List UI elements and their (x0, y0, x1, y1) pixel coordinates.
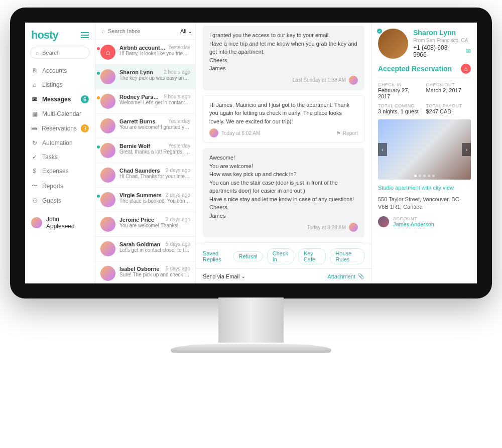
menu-toggle-icon[interactable] (81, 32, 89, 38)
search-icon: ⌕ (36, 50, 39, 56)
sidebar-item-reservations[interactable]: 🛏Reservations3 (25, 121, 95, 136)
photo-prev-button[interactable]: ‹ (378, 143, 387, 156)
thread-preview: Welcome! Let's get in contact clos... (119, 100, 190, 105)
guest-avatar (378, 29, 408, 59)
payout-label: TOTAL PAYOUT (426, 103, 471, 108)
sidebar-item-multi-calendar[interactable]: ▦Multi-Calendar (25, 107, 95, 121)
saved-reply-chip[interactable]: Key Cafe (298, 248, 326, 264)
listing-title[interactable]: Studio apartment with city view (378, 185, 471, 191)
checkout-label: CHECK OUT (426, 82, 471, 87)
thread-avatar (100, 217, 115, 232)
thread-name: Sarah Goldman (119, 241, 160, 247)
thread-name: Rodney Parsons (119, 94, 162, 100)
nav-label: Messages (42, 96, 71, 103)
checkin-value: February 27, 2017 (378, 87, 423, 99)
inbox-thread[interactable]: Sarah Goldman5 days agoLet's get in cont… (95, 237, 195, 261)
thread-preview: You are welcome! I granted you th... (119, 124, 190, 130)
inbox-filter-dropdown[interactable]: All ⌄ (180, 28, 192, 35)
guest-location: From San Francisco, CA (413, 38, 471, 43)
inbox-thread[interactable]: Virgie Summers2 days agoThe place is boo… (95, 188, 195, 212)
inbox-thread[interactable]: Bernie WolfYesterdayGreat, thanks a lot!… (95, 138, 195, 163)
nav-label: Accounts (42, 67, 67, 74)
attachment-button[interactable]: Attachment 📎 (327, 273, 364, 279)
nav-icon: ⌂ (31, 81, 38, 88)
account-name[interactable]: James Anderson (393, 221, 434, 227)
logo: hosty (31, 29, 58, 42)
sender-avatar (349, 223, 358, 232)
thread-name: Isabel Osborne (119, 266, 159, 272)
paperclip-icon: 📎 (357, 273, 364, 279)
account-label: ACCOUNT (393, 216, 434, 221)
thread-avatar (100, 69, 115, 84)
thread-name: Sharon Lynn (119, 69, 153, 75)
thread-name: Bernie Wolf (119, 143, 150, 149)
thread-name: Airbnb account veri... (119, 45, 166, 51)
sidebar-item-expenses[interactable]: $Expenses (25, 164, 95, 178)
sidebar-search-input[interactable] (42, 50, 84, 56)
thread-name: Jerome Price (119, 217, 154, 223)
thread-time: Yesterday (168, 118, 190, 124)
inbox-thread[interactable]: Chad Saunders2 days agoHi Chad, Thanks f… (95, 163, 195, 188)
inbox-thread[interactable]: Rodney Parsons9 hours agoWelcome! Let's … (95, 89, 195, 114)
message-meta: Last Sunday at 1:38 AM (209, 76, 358, 85)
nav-label: Reservations (42, 125, 77, 132)
saved-replies-row: Saved Replies RefusalCheck InKey CafeHou… (196, 244, 371, 268)
status-dot (97, 47, 100, 50)
inbox-thread[interactable]: Garrett BurnsYesterdayYou are welcome! I… (95, 114, 195, 138)
thread-preview: You are welcome! Thanks! (119, 223, 190, 228)
nav-icon: ✓ (31, 154, 38, 161)
thread-avatar (100, 94, 115, 109)
inbox-thread[interactable]: Sharon Lynn2 hours agoThe key pick up wa… (95, 65, 195, 89)
email-icon[interactable]: ✉ (466, 48, 471, 55)
coming-label: TOTAL COMING (378, 103, 423, 108)
thread-time: 2 days ago (166, 192, 190, 198)
nav-icon: ↻ (31, 139, 38, 146)
current-user[interactable]: John Appleseed (25, 211, 95, 235)
chevron-down-icon: ⌄ (241, 273, 245, 279)
nav-label: Automation (42, 139, 73, 146)
inbox-thread[interactable]: ⌂Airbnb account veri...YesterdayHi Barry… (95, 40, 195, 65)
sidebar-item-reports[interactable]: 〜Reports (25, 178, 95, 194)
sender-avatar (349, 76, 358, 85)
thread-time: 9 hours ago (164, 94, 190, 100)
sidebar-item-accounts[interactable]: ⎘Accounts (25, 64, 95, 78)
sidebar-item-tasks[interactable]: ✓Tasks (25, 150, 95, 164)
nav-label: Guests (42, 197, 61, 204)
nav-icon: ✉ (31, 96, 38, 103)
send-via-dropdown[interactable]: Send via Email ⌄ (203, 273, 245, 279)
thread-time: 2 days ago (166, 168, 190, 174)
user-avatar (31, 217, 42, 228)
airbnb-icon: ⌂ (100, 45, 115, 60)
inbox-thread[interactable]: Jerome Price3 days agoYou are welcome! T… (95, 212, 195, 237)
coming-value: 3 nights, 1 guest (378, 108, 423, 114)
inbox-search-input[interactable] (108, 28, 177, 34)
saved-reply-chip[interactable]: Check In (267, 248, 294, 264)
thread-preview: The place is booked. You can have... (119, 198, 190, 204)
inbox-filter-label: All (180, 28, 186, 34)
verified-badge-icon: ✓ (376, 28, 383, 35)
thread-time: Yesterday (168, 45, 190, 51)
saved-reply-chip[interactable]: House Rules (330, 248, 364, 264)
status-dot (97, 72, 100, 75)
report-button[interactable]: ⚑ Report (336, 129, 358, 137)
sidebar-item-automation[interactable]: ↻Automation (25, 136, 95, 150)
inbox-thread[interactable]: Isabel Osborne5 days agoSure! The pick u… (95, 261, 195, 283)
thread-time: 2 hours ago (164, 69, 190, 75)
photo-pagination (378, 175, 471, 177)
sidebar-search[interactable]: ⌕ (30, 47, 90, 59)
nav-label: Listings (42, 81, 63, 88)
thread-name: Chad Saunders (119, 168, 160, 174)
thread-time: 5 days ago (166, 241, 190, 247)
status-dot (97, 96, 100, 99)
saved-reply-chip[interactable]: Refusal (233, 251, 263, 261)
user-name: John Appleseed (46, 216, 89, 230)
nav-badge: 6 (81, 95, 89, 103)
nav-label: Tasks (42, 154, 58, 161)
nav-label: Multi-Calendar (42, 110, 81, 117)
sidebar-item-guests[interactable]: ⚇Guests (25, 194, 95, 208)
message-time: Last Sunday at 1:38 AM (293, 76, 346, 84)
sidebar-item-messages[interactable]: ✉Messages6 (25, 92, 95, 107)
thread-preview: The key pick up was easy and the... (119, 75, 190, 81)
photo-next-button[interactable]: › (462, 143, 471, 156)
sidebar-item-listings[interactable]: ⌂Listings (25, 78, 95, 92)
